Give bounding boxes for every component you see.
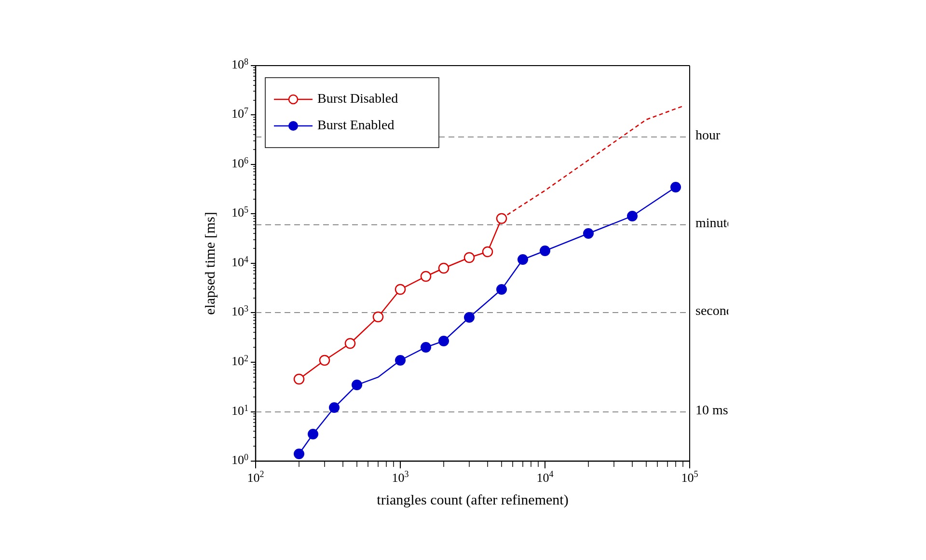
- ref-label-10ms: 10 ms: [695, 402, 728, 417]
- burst-enabled-point: [439, 336, 449, 346]
- svg-point-126: [289, 95, 298, 104]
- burst-enabled-point: [395, 355, 405, 365]
- burst-enabled-point: [421, 342, 431, 352]
- burst-enabled-point: [540, 246, 550, 256]
- burst-disabled-point: [497, 214, 506, 223]
- burst-disabled-point: [373, 312, 383, 322]
- x-axis-label: triangles count (after refinement): [377, 492, 568, 508]
- burst-enabled-point: [584, 229, 593, 238]
- svg-rect-124: [265, 78, 439, 148]
- burst-enabled-point: [352, 380, 362, 390]
- burst-enabled-point: [497, 285, 506, 294]
- svg-point-128: [289, 122, 298, 130]
- burst-enabled-point: [329, 403, 339, 412]
- ref-label-hour: hour: [695, 127, 721, 142]
- chart-container: hour minute second 10 ms 100 101 102 103…: [198, 51, 728, 509]
- burst-disabled-point: [483, 247, 492, 257]
- burst-disabled-point: [294, 374, 304, 384]
- y-axis-label: elapsed time [ms]: [202, 212, 218, 314]
- burst-disabled-point: [395, 285, 405, 294]
- burst-disabled-point: [421, 272, 431, 281]
- burst-enabled-point: [294, 449, 304, 459]
- burst-disabled-point: [439, 263, 449, 273]
- burst-disabled-point: [464, 253, 474, 262]
- burst-disabled-point: [345, 339, 355, 348]
- burst-disabled-point: [320, 355, 329, 365]
- burst-enabled-point: [464, 313, 474, 322]
- ref-label-minute: minute: [695, 215, 728, 230]
- burst-enabled-point: [671, 182, 681, 192]
- ref-label-second: second: [695, 303, 728, 318]
- burst-enabled-point: [308, 429, 318, 439]
- legend-burst-disabled-label: Burst Disabled: [317, 91, 398, 106]
- legend-burst-enabled-label: Burst Enabled: [317, 117, 394, 132]
- burst-enabled-point: [518, 255, 528, 264]
- burst-enabled-point: [627, 211, 637, 221]
